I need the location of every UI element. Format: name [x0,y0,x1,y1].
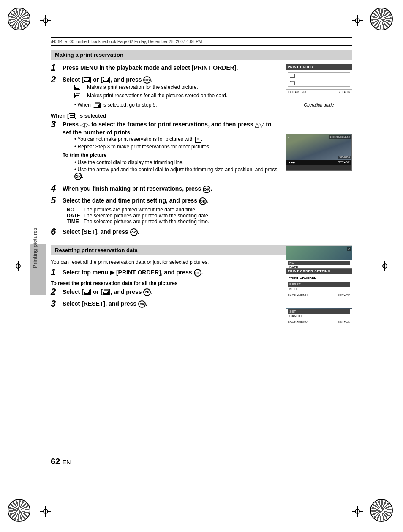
keep-item: KEEP [288,287,350,291]
trim-bullet1: Use the control dial to display the trim… [74,159,280,165]
ok-icon-step4: OK [203,186,210,193]
section-divider [51,241,352,241]
print-single-row [288,72,350,79]
camera-photo: 2008/03/26 12:30 □00-0004 [286,134,351,160]
no-text: The pictures are printed without the dat… [84,207,210,213]
camera-footer: ▲●▶ SET●OK [286,160,351,165]
reset-item: RESET [288,282,350,287]
step1: 1 Press MENU in the playback mode and se… [51,64,280,72]
date-screen-photo: ⊙ [286,246,352,260]
step3-number: 3 [51,120,63,129]
step6: 6 Select [SET], and press OK. [51,228,280,236]
camera-file-overlay: □00-0004 [338,156,351,159]
page-num-value: 62 [51,457,60,466]
camera-date-overlay: 2008/03/26 12:30 [329,135,351,139]
corner-decoration-tr [370,8,395,33]
step5-title: Select the date and time print setting, … [63,197,280,205]
screen-print-order: PRINT ORDER EXIT●MENU SET●OK [286,64,352,101]
print-single-icon [74,84,84,90]
time-label: TIME [67,219,84,225]
ok-icon-trim: OK [74,173,82,180]
reset-body: PRINT ORDERED RESET KEEP [286,274,352,293]
print-order-title: PRINT ORDER [286,64,352,70]
reg-mark-br [352,506,363,517]
camera-count: 4 [288,136,289,140]
step2-number: 2 [51,75,63,84]
reg-mark-mr [379,261,390,271]
step6-content: Select [SET], and press OK. [63,228,280,236]
step6-number: 6 [51,227,63,236]
page-en-label: EN [63,459,71,466]
trim-header: To trim the picture [63,152,280,158]
date-photo-icon: ⊙ [347,247,351,251]
step1-number: 1 [51,63,63,72]
step4-number: 4 [51,184,63,193]
step2-title: Select [] or [], and press OK. [63,76,280,84]
reset-step3-content: Select [RESET], and press OK. [63,300,280,308]
cancel-item: CANCEL [288,314,350,318]
date-row: DATE The selected pictures are printed w… [67,213,210,219]
print-order-footer: EXIT●MENU SET●OK [286,89,352,94]
screen-reset: PRINT ORDER SETTING PRINT ORDERED RESET … [286,268,352,308]
camera-left-ctrl: ▲●▶ [288,161,295,164]
ok-icon-reset3: OK [138,300,146,308]
step4-title: When you finish making print reservation… [63,185,280,193]
no-label: NO [67,207,84,213]
when-selected-header: When [] is selected [51,112,280,119]
corner-decoration-bl [8,499,33,524]
trim-bullet2: Use the arrow pad and the control dial t… [74,167,280,180]
step2-content: Select [] or [], and press OK. Makes a p… [63,76,280,109]
time-text: The selected pictures are printed with t… [84,219,210,225]
reset-divider [288,281,350,281]
reset-step3-num: 3 [51,299,63,308]
reg-mark-ml [13,261,24,271]
page-number: 62 EN [51,457,71,466]
time-row: TIME The selected pictures are printed w… [67,219,210,225]
main-content: Printing pictures Making a print reserva… [51,50,352,490]
screen-camera: 2008/03/26 12:30 □00-0004 ▲●▶ SET●OK 4 [286,134,352,171]
step5: 5 Select the date and time print setting… [51,197,280,224]
print-all-row [288,80,350,87]
no-row: NO The pictures are printed without the … [67,207,210,213]
step3-bullet2: Repeat Step 3 to make print reservations… [74,144,280,150]
ok-icon-reset1: OK [194,269,202,277]
ok-icon-step5: OK [199,197,207,205]
reset-step2-content: Select [] or [], and press OK. [63,288,280,296]
reset-step2-num: 2 [51,287,63,296]
camera-set-ok: SET●OK [338,161,350,164]
print-order-body [286,70,352,89]
reset-step3-title: Select [RESET], and press OK. [63,300,280,308]
reset-step1: 1 Select top menu ▶ [PRINT ORDER], and p… [51,269,280,277]
step3-bullet1: You cannot make print reservations for p… [74,136,280,143]
footer-back2: BACK●MENU [288,320,308,324]
step3: 3 Press ◁▷ to select the frames for prin… [51,121,280,181]
corner-decoration-tl [8,8,33,33]
reset-step1-content: Select top menu ▶ [PRINT ORDER], and pre… [63,269,280,277]
reset-step2-title: Select [] or [], and press OK. [63,288,280,296]
step2: 2 Select [] or [], and press OK. Makes a… [51,76,280,109]
header-bar: d4364_e_00_unified_bookfile.book Page 62… [51,37,352,46]
reg-mark-tr [352,15,363,26]
step1-text: Press MENU in the playback mode and sele… [63,64,238,71]
footer-set: SET●OK [338,90,350,94]
reset-step1-title: Select top menu ▶ [PRINT ORDER], and pre… [63,269,280,277]
print-all-text: Makes print reservations for all the pic… [87,92,280,99]
reset-step3: 3 Select [RESET], and press OK. [51,300,280,308]
set-cancel-footer: BACK●MENU SET●OK [286,319,352,324]
reset-step1-num: 1 [51,268,63,277]
icon-row-1: Makes a print reservation for the select… [74,84,280,91]
print-single-text: Makes a print reservation for the select… [87,84,280,91]
ok-icon-step6: OK [130,228,138,236]
step3-content: Press ◁▷ to select the frames for print … [63,121,280,181]
icon-row-2: Makes print reservations for all the pic… [74,92,280,99]
reset-step2: 2 Select [] or [], and press OK. [51,288,280,296]
step4-content: When you finish making print reservation… [63,185,280,193]
date-time-table: NO The pictures are printed without the … [67,207,210,225]
section1-header: Making a print reservation [51,50,352,60]
reg-mark-tl [40,15,51,26]
step3-title: Press ◁▷ to select the frames for print … [63,121,280,137]
reset-footer: BACK●MENU SET●OK [286,293,352,298]
section2-intro: You can reset all the print reservation … [51,259,280,265]
set-cancel-items: SET CANCEL [286,309,352,319]
ok-icon-step2: OK [143,76,151,84]
